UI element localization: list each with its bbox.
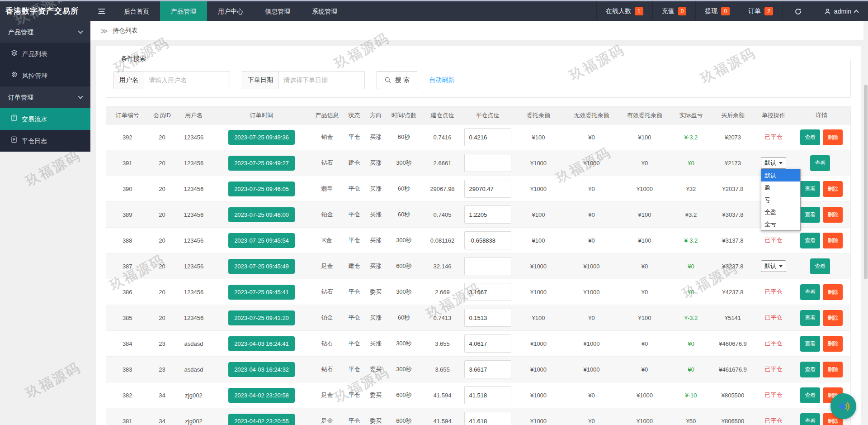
close-point-cell bbox=[463, 331, 513, 357]
close-point-input[interactable] bbox=[464, 154, 511, 172]
username-cell: 123456 bbox=[176, 253, 212, 279]
username-input[interactable] bbox=[144, 71, 230, 89]
close-point-input[interactable] bbox=[464, 309, 511, 327]
closed-status-label: 已平仓 bbox=[765, 392, 783, 398]
select-option[interactable]: 盈 bbox=[761, 181, 800, 194]
entrust-balance-cell: ¥1000 bbox=[513, 150, 565, 176]
view-button[interactable]: 查看 bbox=[800, 310, 820, 326]
delete-button[interactable]: 删除 bbox=[823, 336, 843, 352]
view-button[interactable]: 查看 bbox=[800, 413, 820, 425]
sidebar-item-风控管理[interactable]: 风控管理 bbox=[0, 65, 90, 86]
nav-stat-item[interactable]: 在线人数1 bbox=[596, 1, 652, 21]
order-id-cell: 388 bbox=[106, 228, 149, 253]
close-point-input[interactable] bbox=[464, 412, 511, 425]
close-point-input[interactable] bbox=[464, 360, 511, 378]
delete-button[interactable]: 删除 bbox=[823, 284, 843, 300]
delete-button[interactable]: 删除 bbox=[823, 233, 843, 248]
sidebar-group-label: 产品管理 bbox=[8, 21, 33, 43]
control-select[interactable]: 默认 bbox=[761, 260, 786, 272]
close-point-input[interactable] bbox=[464, 283, 511, 301]
order-time-button[interactable]: 2023-04-02 23:20:58 bbox=[228, 388, 295, 403]
open-point-cell: 32.146 bbox=[422, 253, 463, 279]
order-time-button[interactable]: 2023-07-25 09:46:05 bbox=[228, 181, 295, 196]
delete-button[interactable]: 删除 bbox=[823, 129, 843, 145]
refresh-button[interactable] bbox=[782, 1, 814, 21]
view-button[interactable]: 查看 bbox=[800, 233, 820, 248]
close-point-cell bbox=[463, 408, 513, 425]
close-point-input[interactable] bbox=[464, 334, 511, 353]
close-point-input[interactable] bbox=[464, 180, 511, 198]
user-menu[interactable]: admin bbox=[814, 1, 868, 21]
order-time-button[interactable]: 2023-07-25 09:46:00 bbox=[228, 207, 295, 222]
nav-stat-item[interactable]: 提现0 bbox=[695, 1, 739, 21]
closed-status-label: 已平仓 bbox=[765, 366, 783, 372]
product-cell: 翡翠 bbox=[311, 176, 343, 202]
view-button[interactable]: 查看 bbox=[800, 207, 820, 223]
order-time-button[interactable]: 2023-07-25 09:41:20 bbox=[228, 310, 295, 325]
control-select[interactable]: 默认 bbox=[761, 157, 786, 169]
chevron-down-icon bbox=[78, 94, 83, 99]
order-time-button[interactable]: 2023-07-25 09:45:49 bbox=[228, 259, 295, 274]
close-point-input[interactable] bbox=[464, 231, 511, 249]
select-option[interactable]: 全盈 bbox=[761, 206, 800, 218]
control-cell: 已平仓 bbox=[755, 124, 793, 150]
detail-cell: 查看删除 bbox=[793, 331, 851, 357]
delete-button[interactable]: 删除 bbox=[823, 181, 843, 197]
nav-menu-item[interactable]: 产品管理 bbox=[160, 1, 207, 21]
table-row: 38323asdasd2023-04-03 16:24:32钻石平仓委买300秒… bbox=[106, 357, 851, 382]
close-point-input[interactable] bbox=[464, 128, 511, 146]
order-time-button[interactable]: 2023-07-25 09:45:54 bbox=[228, 233, 295, 248]
nav-menu-item[interactable]: 用户中心 bbox=[207, 1, 254, 21]
search-panel-title: 条件搜索 bbox=[117, 55, 150, 63]
sidebar-group-产品管理[interactable]: 产品管理 bbox=[0, 21, 90, 43]
nav-stat-item[interactable]: 订单2 bbox=[739, 1, 782, 21]
view-button[interactable]: 查看 bbox=[800, 387, 820, 403]
close-point-cell bbox=[463, 202, 513, 228]
close-point-input[interactable] bbox=[464, 205, 511, 224]
nav-menu-item[interactable]: 系统管理 bbox=[301, 1, 348, 21]
balance-after-cell: ¥460676.9 bbox=[712, 331, 755, 357]
sidebar-item-产品列表[interactable]: 产品列表 bbox=[0, 43, 90, 65]
order-time-button[interactable]: 2023-04-03 16:24:32 bbox=[228, 362, 295, 377]
delete-button[interactable]: 删除 bbox=[823, 362, 843, 377]
view-button[interactable]: 查看 bbox=[810, 155, 830, 171]
open-point-cell: 0.7416 bbox=[422, 124, 463, 150]
count-badge: 0 bbox=[721, 7, 730, 15]
nav-stat-item[interactable]: 充值0 bbox=[652, 1, 696, 21]
delete-button[interactable]: 删除 bbox=[823, 207, 843, 223]
close-point-input[interactable] bbox=[464, 386, 511, 404]
nav-menu-item[interactable]: 信息管理 bbox=[254, 1, 301, 21]
search-button[interactable]: 搜 索 bbox=[377, 71, 417, 89]
balance-after-cell: ¥805500 bbox=[712, 382, 755, 408]
invalid-entrust-cell: ¥0 bbox=[565, 382, 619, 408]
nav-menu-item[interactable]: 后台首页 bbox=[113, 1, 160, 21]
close-point-input[interactable] bbox=[464, 257, 511, 275]
column-header: 时间/点数 bbox=[386, 106, 422, 124]
sidebar-group-订单管理[interactable]: 订单管理 bbox=[0, 86, 90, 108]
view-button[interactable]: 查看 bbox=[810, 258, 830, 274]
view-button[interactable]: 查看 bbox=[800, 129, 820, 145]
view-button[interactable]: 查看 bbox=[800, 362, 820, 377]
direction-cell: 买涨 bbox=[366, 124, 386, 150]
sidebar-item-平仓日志[interactable]: 平仓日志 bbox=[0, 130, 90, 152]
page-scrollbar-thumb[interactable] bbox=[864, 85, 868, 279]
sidebar-toggle-icon[interactable] bbox=[90, 1, 113, 21]
user-icon bbox=[824, 8, 831, 15]
select-option[interactable]: 全亏 bbox=[761, 218, 800, 230]
order-time-button[interactable]: 2023-07-25 09:45:41 bbox=[228, 285, 295, 300]
sound-notification-fab[interactable] bbox=[830, 393, 856, 419]
order-time-button[interactable]: 2023-04-02 23:20:55 bbox=[228, 414, 295, 425]
delete-button[interactable]: 删除 bbox=[823, 310, 843, 326]
order-time-button[interactable]: 2023-07-25 09:49:27 bbox=[228, 156, 295, 171]
view-button[interactable]: 查看 bbox=[800, 181, 820, 197]
view-button[interactable]: 查看 bbox=[800, 284, 820, 300]
column-header: 买后余额 bbox=[712, 106, 755, 124]
order-date-input[interactable] bbox=[279, 71, 365, 89]
order-time-button[interactable]: 2023-07-25 09:49:36 bbox=[228, 130, 295, 145]
select-option[interactable]: 亏 bbox=[761, 194, 800, 206]
order-time-button[interactable]: 2023-04-03 16:24:41 bbox=[228, 336, 295, 351]
select-option[interactable]: 默认 bbox=[761, 169, 800, 181]
sidebar-item-交易流水[interactable]: 交易流水 bbox=[0, 108, 90, 130]
view-button[interactable]: 查看 bbox=[800, 336, 820, 352]
auto-refresh-link[interactable]: 自动刷新 bbox=[429, 76, 454, 84]
